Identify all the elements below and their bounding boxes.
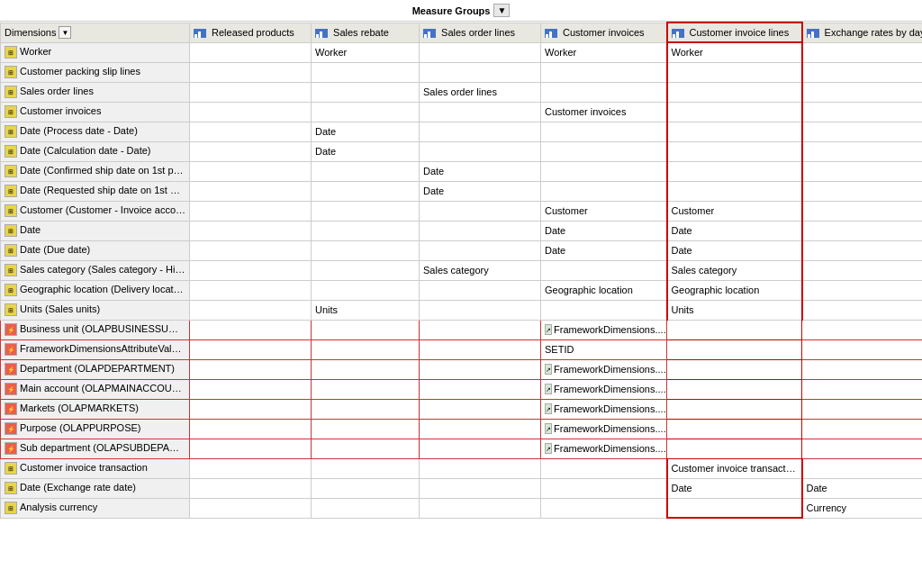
measure-cell <box>667 379 802 399</box>
dimension-cell: ⊞Date (Requested ship date on 1st packin… <box>1 181 190 201</box>
dimension-label: Markets (OLAPMARKETS) <box>20 403 139 413</box>
dimension-label: Date (Due date) <box>20 244 90 255</box>
dimension-cell: ⚡Main account (OLAPMAINACCOUNT) <box>1 379 190 399</box>
dimensions-label: Dimensions <box>5 27 56 38</box>
measure-cell <box>667 498 802 518</box>
table-row: ⊞Date (Process date - Date)Date <box>1 122 923 141</box>
cell-text: Worker <box>315 47 347 58</box>
measure-cell <box>312 102 420 122</box>
measure-cell <box>190 82 312 102</box>
measure-cell <box>312 260 420 280</box>
measure-cell <box>312 201 420 221</box>
measure-cell <box>312 399 420 419</box>
cell-text: Worker <box>672 47 703 58</box>
measure-cell: Sales category <box>667 260 802 280</box>
measure-cell: Date <box>312 122 420 141</box>
measure-cell: Customer <box>541 201 667 221</box>
dimension-label: Customer invoices <box>20 105 101 116</box>
measure-cell <box>312 379 420 399</box>
measure-cell <box>667 359 802 379</box>
cell-text: FrameworkDimensions.... <box>554 364 666 375</box>
measure-cell <box>312 62 420 82</box>
measure-cell <box>667 181 802 201</box>
cell-text: Customer invoices <box>545 106 626 117</box>
measure-cell <box>667 439 802 458</box>
measure-cell: Currency <box>802 498 923 518</box>
measure-cell <box>420 240 541 260</box>
dimension-cell: ⚡Sub department (OLAPSUBDEPARTMENT) <box>1 439 190 458</box>
measure-cell <box>190 260 312 280</box>
cell-text: Date <box>423 166 444 176</box>
bar-chart-icon-6 <box>807 29 819 38</box>
dimension-cell: ⊞Date (Calculation date - Date) <box>1 141 190 161</box>
measure-cell <box>802 82 923 102</box>
cell-text: Units <box>672 304 694 315</box>
cell-text: Sales category <box>672 265 737 276</box>
measure-cell <box>802 339 923 359</box>
measure-cell <box>312 181 420 201</box>
measure-cell <box>420 439 541 458</box>
measure-cell <box>190 320 312 339</box>
table-row: ⊞WorkerWorkerWorkerWorker <box>1 42 923 62</box>
measure-cell <box>667 82 802 102</box>
measure-cell <box>802 201 923 221</box>
measure-cell <box>312 439 420 458</box>
table-row: ⚡FrameworkDimensionsAttributeValuesSetSE… <box>1 339 923 359</box>
measure-cell <box>667 102 802 122</box>
measure-cell: ↗FrameworkDimensions.... <box>541 359 667 379</box>
red-dim-icon: ⚡ <box>5 343 17 356</box>
dimension-label: Customer packing slip lines <box>20 66 140 77</box>
measure-cell <box>667 122 802 141</box>
measure-cell <box>420 102 541 122</box>
table-row: ⚡Purpose (OLAPPURPOSE)↗FrameworkDimensio… <box>1 419 923 439</box>
dimensions-filter-icon[interactable]: ▼ <box>59 26 71 39</box>
measure-cell <box>802 102 923 122</box>
measure-cell <box>190 201 312 221</box>
dimension-cell: ⚡Purpose (OLAPPURPOSE) <box>1 419 190 439</box>
measure-cell <box>420 498 541 518</box>
measure-cell <box>420 478 541 498</box>
measure-cell: Date <box>541 221 667 240</box>
measure-cell: ↗FrameworkDimensions.... <box>541 320 667 339</box>
measure-cell: Date <box>667 240 802 260</box>
yellow-dim-icon: ⊞ <box>5 244 17 257</box>
measure-cell <box>667 399 802 419</box>
dimension-cell: ⊞Sales category (Sales category - Histor… <box>1 260 190 280</box>
measure-cell: Units <box>312 300 420 320</box>
measure-cell <box>420 201 541 221</box>
table-row: ⊞Date (Exchange rate date)DateDate <box>1 478 923 498</box>
measure-cell <box>420 122 541 141</box>
yellow-dim-icon: ⊞ <box>5 264 17 276</box>
yellow-dim-icon: ⊞ <box>5 105 17 118</box>
measure-cell <box>190 181 312 201</box>
measure-cell <box>802 42 923 62</box>
measure-cell <box>190 42 312 62</box>
dimension-cell: ⊞Units (Sales units) <box>1 300 190 320</box>
measure-cell <box>312 240 420 260</box>
framework-link-icon: ↗ <box>545 364 552 375</box>
top-header: Measure Groups ▼ <box>0 0 922 22</box>
measure-cell <box>190 300 312 320</box>
yellow-dim-icon: ⊞ <box>5 502 17 514</box>
col-header-customer-invoices: Customer invoices <box>541 23 667 42</box>
table-row: ⚡Department (OLAPDEPARTMENT)↗FrameworkDi… <box>1 359 923 379</box>
dimension-cell: ⊞Geographic location (Delivery location) <box>1 280 190 300</box>
cell-text: Date <box>672 245 692 256</box>
measure-groups-dropdown[interactable]: ▼ <box>493 4 510 17</box>
dimension-label: Customer invoice transaction <box>20 462 148 473</box>
table-row: ⚡Sub department (OLAPSUBDEPARTMENT)↗Fram… <box>1 439 923 458</box>
cell-text: Customer <box>672 205 715 216</box>
measure-cell <box>190 221 312 240</box>
measure-cell: Date <box>667 221 802 240</box>
measure-cell <box>667 320 802 339</box>
dimension-label: Date (Calculation date - Date) <box>20 145 151 156</box>
yellow-dim-icon: ⊞ <box>5 224 17 237</box>
table-row: ⊞Customer invoicesCustomer invoices <box>1 102 923 122</box>
col-header-exchange-rates: Exchange rates by day <box>802 23 923 42</box>
measure-cell <box>802 419 923 439</box>
dimension-cell: ⊞Worker <box>1 42 190 62</box>
measure-cell <box>802 399 923 419</box>
measure-cell <box>312 359 420 379</box>
cell-text: Date <box>545 225 565 236</box>
dimension-cell: ⊞Date (Process date - Date) <box>1 122 190 141</box>
